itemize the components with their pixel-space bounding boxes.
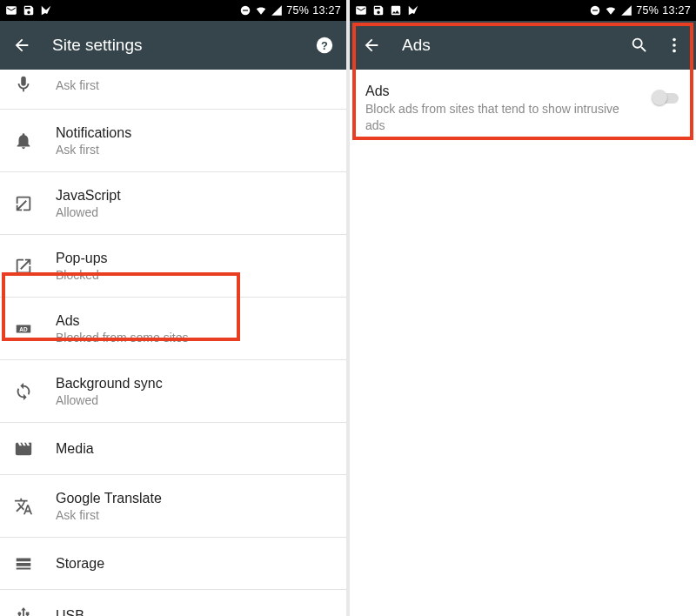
row-title: USB — [56, 608, 332, 616]
row-title: Ads — [56, 313, 332, 329]
usb-icon — [14, 606, 56, 616]
row-storage[interactable]: Storage — [0, 538, 346, 590]
svg-rect-1 — [243, 10, 248, 10]
status-left — [5, 4, 52, 17]
ads-title: Ads — [365, 84, 642, 99]
play-icon — [40, 4, 52, 17]
wifi-icon — [605, 4, 617, 17]
sync-icon — [14, 382, 56, 401]
row-title: Storage — [56, 556, 332, 572]
media-icon — [14, 439, 56, 459]
row-notifications[interactable]: Notifications Ask first — [0, 110, 346, 172]
help-icon[interactable]: ? — [315, 36, 334, 55]
row-usb[interactable]: USB — [0, 590, 346, 616]
toolbar: Site settings ? — [0, 21, 346, 70]
row-media[interactable]: Media — [0, 423, 346, 475]
row-popups[interactable]: Pop-ups Blocked — [0, 235, 346, 298]
row-sub: Ask first — [56, 508, 332, 522]
row-microphone[interactable]: Ask first — [0, 70, 346, 110]
battery-text: 75% — [636, 4, 659, 17]
popup-icon — [14, 257, 56, 276]
battery-text: 75% — [286, 4, 309, 17]
row-title: JavaScript — [56, 188, 332, 204]
signal-icon — [271, 4, 283, 17]
ads-toggle-row[interactable]: Ads Block ads from sites that tend to sh… — [350, 70, 696, 148]
clock-text: 13:27 — [662, 4, 691, 17]
svg-point-8 — [673, 38, 676, 42]
status-bar: 75% 13:27 — [350, 0, 696, 21]
row-javascript[interactable]: JavaScript Allowed — [0, 172, 346, 235]
row-background-sync[interactable]: Background sync Allowed — [0, 360, 346, 423]
row-title: Google Translate — [56, 491, 332, 506]
image-icon — [390, 4, 402, 17]
row-sub: Allowed — [56, 205, 332, 219]
row-sub: Blocked from some sites — [56, 331, 332, 345]
status-right: 75% 13:27 — [589, 4, 691, 17]
page-title: Site settings — [52, 36, 315, 55]
row-google-translate[interactable]: Google Translate Ask first — [0, 475, 346, 538]
dnd-icon — [589, 4, 601, 17]
row-title: Media — [56, 441, 332, 457]
back-icon[interactable] — [362, 36, 381, 55]
phone-right: 75% 13:27 Ads Ads Block ads from sites t… — [350, 0, 696, 616]
search-icon[interactable] — [630, 36, 649, 55]
switch-thumb — [652, 90, 667, 105]
status-bar: 75% 13:27 — [0, 0, 346, 21]
signal-icon — [620, 4, 632, 17]
svg-rect-7 — [592, 10, 598, 10]
svg-text:?: ? — [321, 39, 328, 52]
row-sub: Ask first — [56, 143, 332, 157]
page-title: Ads — [402, 36, 630, 55]
row-title: Notifications — [56, 125, 332, 141]
toolbar: Ads — [350, 21, 696, 70]
mail-icon — [355, 4, 367, 17]
svg-point-9 — [673, 44, 676, 47]
row-title: Pop-ups — [56, 251, 332, 266]
mic-icon — [14, 75, 56, 94]
row-sub: Ask first — [56, 78, 332, 92]
status-right: 75% 13:27 — [239, 4, 341, 17]
play-icon — [407, 4, 419, 17]
phone-left: 75% 13:27 Site settings ? Ask first Noti… — [0, 0, 346, 616]
bell-icon — [14, 131, 56, 151]
ads-description: Block ads from sites that tend to show i… — [365, 101, 642, 134]
settings-list: Ask first Notifications Ask first JavaSc… — [0, 70, 346, 616]
save-icon — [23, 4, 35, 17]
row-ads[interactable]: AD Ads Blocked from some sites — [0, 298, 346, 360]
clock-text: 13:27 — [312, 4, 341, 17]
row-sub: Blocked — [56, 268, 332, 282]
svg-text:AD: AD — [19, 325, 28, 331]
translate-icon — [14, 497, 56, 516]
mail-icon — [5, 4, 17, 17]
js-icon — [14, 194, 56, 213]
back-icon[interactable] — [12, 36, 31, 55]
ad-icon: AD — [14, 319, 56, 338]
row-title: Background sync — [56, 376, 332, 392]
storage-icon — [14, 554, 56, 573]
svg-point-10 — [673, 50, 676, 53]
status-left — [355, 4, 419, 17]
ads-switch[interactable] — [652, 89, 682, 106]
wifi-icon — [255, 4, 267, 17]
dnd-icon — [239, 4, 251, 17]
row-sub: Allowed — [56, 393, 332, 407]
ads-panel: Ads Block ads from sites that tend to sh… — [350, 70, 696, 616]
save-icon — [372, 4, 385, 17]
more-icon[interactable] — [665, 36, 684, 55]
